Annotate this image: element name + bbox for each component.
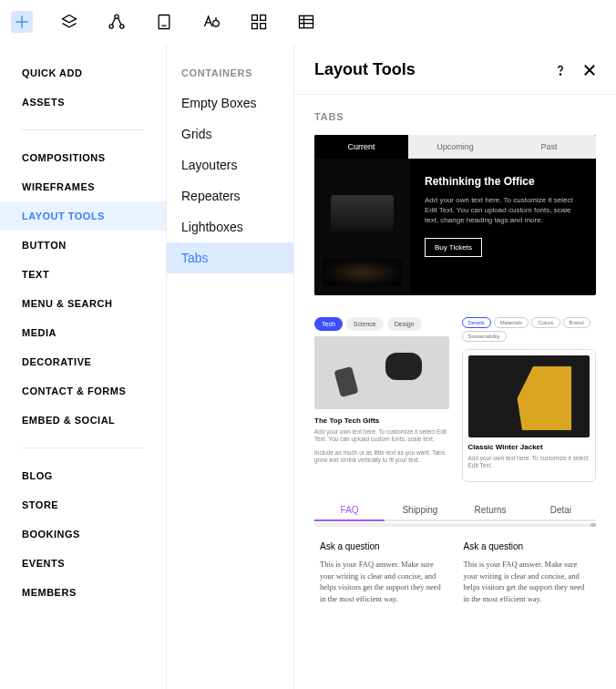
preview1-image bbox=[314, 159, 410, 295]
svg-rect-13 bbox=[261, 15, 266, 21]
grid-icon[interactable] bbox=[248, 11, 270, 33]
preview4-tab: Returns bbox=[456, 500, 526, 519]
preview4-tab: Detai bbox=[526, 500, 596, 519]
preview4-tab: FAQ bbox=[314, 500, 385, 519]
preview3-tag: Materials bbox=[494, 317, 529, 328]
sidebar-divider bbox=[22, 447, 144, 448]
containers-column: CONTAINERS Empty BoxesGridsLayoutersRepe… bbox=[167, 44, 294, 689]
sidebar-item-button[interactable]: BUTTON bbox=[0, 231, 166, 260]
preview3-desc: Add your own text here. To customize it … bbox=[468, 455, 590, 470]
container-item-grids[interactable]: Grids bbox=[167, 118, 293, 149]
container-item-layouters[interactable]: Layouters bbox=[167, 149, 293, 180]
preview1-tab: Current bbox=[314, 135, 408, 159]
sidebar-item-blog[interactable]: BLOG bbox=[0, 461, 166, 490]
faq-answer-1: This is your FAQ answer. Make sure your … bbox=[320, 559, 447, 605]
sidebar-item-decorative[interactable]: DECORATIVE bbox=[0, 347, 166, 376]
svg-line-6 bbox=[112, 18, 115, 25]
preview4-scrollbar bbox=[314, 523, 596, 527]
faq-question-1: Ask a question bbox=[320, 541, 447, 551]
sidebar-item-layout-tools[interactable]: LAYOUT TOOLS bbox=[0, 201, 166, 231]
faq-question-2: Ask a question bbox=[464, 541, 591, 551]
tabs-preview-pills[interactable]: TechScienceDesign The Top Tech Gifts Add… bbox=[314, 317, 449, 482]
containers-heading: CONTAINERS bbox=[167, 60, 293, 87]
sidebar-item-contact-forms[interactable]: CONTACT & FORMS bbox=[0, 376, 166, 406]
layers-icon[interactable] bbox=[58, 11, 80, 33]
sidebar-item-media[interactable]: MEDIA bbox=[0, 318, 166, 347]
svg-rect-15 bbox=[261, 24, 266, 29]
sidebar-item-embed-social[interactable]: EMBED & SOCIAL bbox=[0, 406, 166, 435]
container-item-tabs[interactable]: Tabs bbox=[167, 242, 293, 273]
sidebar-item-wireframes[interactable]: WIREFRAMES bbox=[0, 172, 166, 201]
sidebar-item-menu-search[interactable]: MENU & SEARCH bbox=[0, 289, 166, 318]
container-item-empty-boxes[interactable]: Empty Boxes bbox=[167, 87, 293, 118]
svg-rect-14 bbox=[252, 24, 258, 29]
tabs-preview-tags[interactable]: DetailsMaterialsColorsBrandSustainabilit… bbox=[462, 317, 597, 482]
close-icon[interactable] bbox=[581, 62, 598, 78]
preview2-title: The Top Tech Gifts bbox=[314, 416, 449, 425]
sidebar-item-quick-add[interactable]: QUICK ADD bbox=[0, 58, 166, 87]
help-icon[interactable] bbox=[552, 62, 569, 78]
sidebar-divider bbox=[22, 129, 144, 130]
preview2-desc2: Include as much or as little text as you… bbox=[314, 449, 449, 465]
preview2-image bbox=[314, 336, 449, 409]
container-item-lightboxes[interactable]: Lightboxes bbox=[167, 211, 293, 242]
sidebar-item-events[interactable]: EVENTS bbox=[0, 549, 166, 578]
page-icon[interactable] bbox=[153, 11, 175, 33]
preview2-tab: Design bbox=[387, 317, 422, 331]
preview1-desc: Add your own text here. To customize it … bbox=[425, 195, 581, 226]
svg-line-7 bbox=[118, 18, 121, 25]
add-icon[interactable] bbox=[11, 11, 33, 33]
faq-answer-2: This is your FAQ answer. Make sure your … bbox=[464, 559, 591, 605]
sidebar-item-store[interactable]: STORE bbox=[0, 490, 166, 519]
svg-point-10 bbox=[213, 20, 220, 26]
preview2-desc1: Add your own text here. To customize it … bbox=[314, 428, 449, 444]
sidebar-item-members[interactable]: MEMBERS bbox=[0, 578, 166, 607]
sidebar-item-assets[interactable]: ASSETS bbox=[0, 87, 166, 117]
preview1-button: Buy Tickets bbox=[425, 238, 482, 257]
preview3-image bbox=[468, 355, 590, 437]
sidebar-item-text[interactable]: TEXT bbox=[0, 260, 166, 289]
preview3-tag: Sustainability bbox=[462, 331, 507, 342]
panel-title: Layout Tools bbox=[314, 60, 416, 79]
tabs-preview-hero[interactable]: CurrentUpcomingPast Rethinking the Offic… bbox=[314, 135, 596, 295]
preview2-tab: Science bbox=[346, 317, 384, 331]
list-icon[interactable] bbox=[295, 11, 317, 33]
preview3-tag: Details bbox=[462, 317, 491, 328]
tabs-preview-faq[interactable]: FAQShippingReturnsDetai Ask a question T… bbox=[314, 500, 596, 605]
preview1-title: Rethinking the Office bbox=[425, 175, 581, 188]
text-style-icon[interactable] bbox=[200, 11, 222, 33]
nodes-icon[interactable] bbox=[106, 11, 128, 33]
preview3-tag: Colors bbox=[531, 317, 560, 328]
svg-marker-2 bbox=[63, 15, 77, 23]
category-sidebar: QUICK ADDASSETSCOMPOSITIONSWIREFRAMESLAY… bbox=[0, 44, 167, 689]
svg-point-3 bbox=[115, 15, 118, 18]
preview1-tab: Upcoming bbox=[408, 135, 502, 159]
section-label: TABS bbox=[314, 111, 596, 122]
preview3-tag: Brand bbox=[563, 317, 590, 328]
sidebar-item-compositions[interactable]: COMPOSITIONS bbox=[0, 143, 166, 172]
preview4-tab: Shipping bbox=[385, 500, 455, 519]
preview2-tab: Tech bbox=[314, 317, 343, 331]
sidebar-item-bookings[interactable]: BOOKINGS bbox=[0, 519, 166, 549]
svg-point-20 bbox=[560, 73, 560, 74]
container-item-repeaters[interactable]: Repeaters bbox=[167, 180, 293, 211]
preview-panel: Layout Tools TABS CurrentUpcomingPast bbox=[294, 44, 616, 689]
preview3-title: Classic Winter Jacket bbox=[468, 443, 590, 451]
svg-rect-16 bbox=[300, 15, 313, 27]
top-toolbar bbox=[0, 0, 616, 44]
preview1-tab: Past bbox=[502, 135, 596, 159]
svg-rect-8 bbox=[159, 15, 169, 29]
svg-rect-12 bbox=[252, 15, 258, 21]
